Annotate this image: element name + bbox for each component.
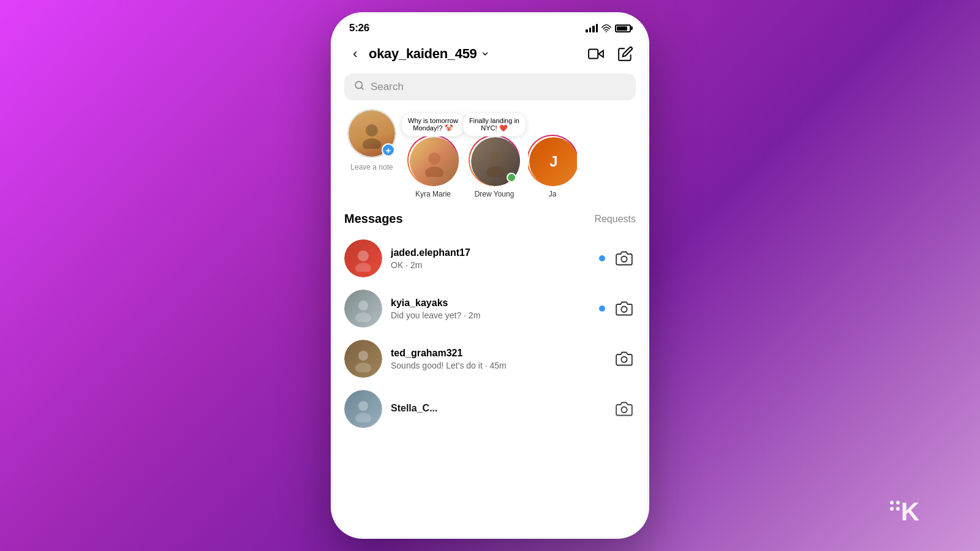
svg-rect-1 <box>589 49 598 58</box>
msg-preview-3: Sounds good! Let's do it · 45m <box>391 361 604 370</box>
story-item-partial[interactable]: J Ja <box>528 109 577 198</box>
requests-link[interactable]: Requests <box>594 214 636 225</box>
msg-preview-1: OK · 2m <box>391 260 590 270</box>
search-placeholder: Search <box>371 81 404 93</box>
phone-frame: 5:26 ‹ okay_kaiden_459 <box>331 12 649 539</box>
status-bar: 5:26 <box>332 13 648 39</box>
my-story-avatar-wrap: + <box>347 109 396 158</box>
message-item-3[interactable]: ted_graham321 Sounds good! Let's do it ·… <box>332 334 648 384</box>
msg-username-1: jaded.elephant17 <box>391 247 590 258</box>
username-container[interactable]: okay_kaiden_459 <box>369 46 586 62</box>
story-item-my-story[interactable]: + Leave a note <box>344 109 399 198</box>
battery-icon <box>615 24 631 32</box>
messages-title: Messages <box>344 212 403 226</box>
dropdown-icon <box>481 50 489 58</box>
watermark-k: K <box>901 497 919 527</box>
search-bar[interactable]: Search <box>344 73 636 100</box>
camera-button-2[interactable] <box>612 297 636 320</box>
msg-content-2: kyia_kayaks Did you leave yet? · 2m <box>391 298 590 320</box>
story-item-kyra-marie[interactable]: Why is tomorrowMonday!? 🤡 <box>405 109 461 198</box>
msg-avatar-4 <box>344 390 382 428</box>
svg-point-14 <box>358 301 368 310</box>
svg-point-20 <box>358 401 368 411</box>
svg-point-8 <box>425 167 443 177</box>
msg-avatar-img-3 <box>344 340 382 378</box>
msg-avatar-3 <box>344 340 382 378</box>
camera-button-3[interactable] <box>612 347 636 370</box>
story-item-drew-young[interactable]: Finally landing inNYC! ❤️ <box>467 109 522 198</box>
kyra-marie-avatar-wrap: Why is tomorrowMonday!? 🤡 <box>409 136 458 185</box>
message-list: jaded.elephant17 OK · 2m <box>332 233 648 538</box>
kyra-marie-name: Kyra Marie <box>415 190 451 198</box>
msg-content-1: jaded.elephant17 OK · 2m <box>391 247 590 270</box>
plus-badge: + <box>382 143 395 157</box>
camera-icon-1 <box>616 250 633 267</box>
kyra-marie-note: Why is tomorrowMonday!? 🤡 <box>401 113 465 137</box>
svg-point-5 <box>366 124 378 137</box>
msg-actions-1 <box>599 247 636 270</box>
kyra-marie-avatar <box>410 137 459 186</box>
svg-point-6 <box>363 138 381 149</box>
svg-point-15 <box>355 312 371 322</box>
partial-avatar-wrap: J <box>528 136 577 185</box>
compose-button[interactable] <box>615 43 636 64</box>
camera-icon-4 <box>616 400 633 418</box>
svg-point-9 <box>489 152 502 165</box>
svg-point-7 <box>428 152 440 165</box>
message-item-4[interactable]: Stella_C... <box>332 384 648 429</box>
messages-section: Messages Requests jaded.elephant17 <box>332 208 648 538</box>
svg-line-4 <box>361 88 363 89</box>
msg-avatar-img-1 <box>344 239 382 277</box>
msg-actions-2 <box>599 297 636 320</box>
partial-story-ring: J <box>528 135 577 186</box>
msg-content-4: Stella_C... <box>391 403 604 416</box>
status-time: 5:26 <box>349 22 369 34</box>
svg-point-22 <box>621 407 627 413</box>
wifi-icon <box>601 24 611 32</box>
stories-row: + Leave a note Why is tomorrowMonday!? 🤡 <box>332 109 648 198</box>
camera-icon-3 <box>616 350 633 367</box>
video-icon <box>588 46 604 62</box>
msg-preview-2: Did you leave yet? · 2m <box>391 310 590 320</box>
signal-icon <box>586 24 598 32</box>
svg-point-11 <box>358 250 369 261</box>
svg-point-12 <box>355 263 371 272</box>
camera-button-1[interactable] <box>612 247 636 270</box>
partial-avatar: J <box>529 137 577 186</box>
camera-button-4[interactable] <box>612 397 636 421</box>
compose-icon <box>617 46 633 62</box>
msg-username-4: Stella_C... <box>391 403 604 414</box>
msg-content-3: ted_graham321 Sounds good! Let's do it ·… <box>391 348 604 370</box>
message-item-1[interactable]: jaded.elephant17 OK · 2m <box>332 233 648 283</box>
kyra-story-ring <box>407 135 459 186</box>
msg-avatar-img-2 <box>344 290 382 328</box>
msg-actions-4 <box>612 397 636 421</box>
watermark: K <box>890 497 919 527</box>
svg-marker-2 <box>598 51 603 58</box>
header-username: okay_kaiden_459 <box>369 46 477 62</box>
message-item-2[interactable]: kyia_kayaks Did you leave yet? · 2m <box>332 283 648 334</box>
drew-online-dot <box>507 173 516 182</box>
partial-avatar-img: J <box>529 137 577 186</box>
camera-icon-2 <box>616 300 633 317</box>
header-actions <box>586 43 636 64</box>
video-button[interactable] <box>586 43 606 64</box>
msg-username-2: kyia_kayaks <box>391 298 590 309</box>
kyra-avatar-img <box>410 137 459 186</box>
stories-section: + Leave a note Why is tomorrowMonday!? 🤡 <box>332 109 648 208</box>
msg-avatar-img-4 <box>344 390 382 428</box>
back-button[interactable]: ‹ <box>344 43 366 65</box>
drew-young-avatar-wrap: Finally landing inNYC! ❤️ <box>470 136 519 185</box>
back-arrow-icon: ‹ <box>353 46 357 62</box>
msg-avatar-2 <box>344 290 382 328</box>
svg-point-18 <box>355 362 371 372</box>
svg-point-10 <box>486 167 505 177</box>
unread-dot-2 <box>599 305 605 312</box>
svg-point-21 <box>355 413 371 422</box>
svg-point-19 <box>621 357 627 362</box>
svg-point-16 <box>621 307 627 312</box>
drew-young-note: Finally landing inNYC! ❤️ <box>462 113 526 137</box>
my-story-name: Leave a note <box>350 163 393 171</box>
msg-avatar-1 <box>344 239 382 277</box>
unread-dot-1 <box>599 255 605 261</box>
